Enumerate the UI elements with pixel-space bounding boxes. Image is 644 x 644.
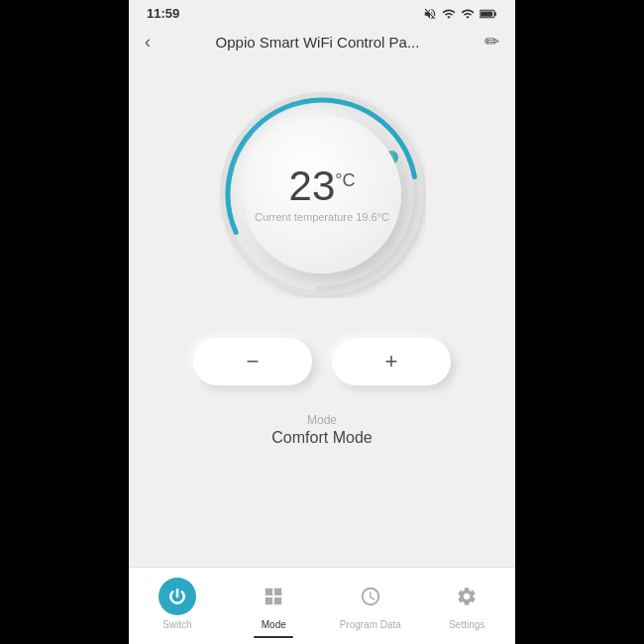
mode-label: Mode <box>271 413 372 427</box>
status-time: 11:59 <box>147 6 179 21</box>
wifi-icon <box>461 7 475 21</box>
increase-button[interactable]: + <box>332 338 451 385</box>
temp-value: 23 <box>289 165 336 207</box>
mode-icon-wrap <box>255 578 292 615</box>
mode-tab-label: Mode <box>262 619 286 630</box>
control-buttons: − + <box>193 338 451 385</box>
program-icon-wrap <box>352 578 389 615</box>
tab-program-data[interactable]: Program Data <box>322 578 419 630</box>
decrease-icon: − <box>247 349 260 375</box>
status-bar: 11:59 <box>129 0 515 25</box>
increase-icon: + <box>385 349 398 375</box>
switch-label: Switch <box>162 619 191 630</box>
grid-icon <box>263 586 284 607</box>
power-icon <box>167 587 187 606</box>
svg-rect-2 <box>481 11 492 16</box>
edit-button[interactable]: ✏ <box>484 31 499 53</box>
main-content: 23 °C Current temperature 19.6°C − + Mod… <box>129 60 515 567</box>
mode-value: Comfort Mode <box>271 429 372 447</box>
clock-icon <box>360 586 381 607</box>
decrease-button[interactable]: − <box>193 338 312 385</box>
tab-settings[interactable]: Settings <box>419 578 516 630</box>
current-temp-label: Current temperature 19.6°C <box>255 211 389 223</box>
mode-section: Mode Comfort Mode <box>271 413 372 447</box>
back-button[interactable]: ‹ <box>145 32 151 53</box>
switch-icon-wrap <box>159 578 196 615</box>
temperature-display: 23 °C <box>289 165 356 207</box>
thermostat-inner: 23 °C Current temperature 19.6°C <box>243 115 401 273</box>
temp-unit: °C <box>335 171 355 189</box>
status-icons <box>423 7 497 21</box>
phone-container: 11:59 ‹ Oppio Smart WiFi Control Pa... ✏ <box>129 0 515 644</box>
tab-switch[interactable]: Switch <box>129 578 226 630</box>
settings-icon-wrap <box>448 578 485 615</box>
gear-icon <box>456 586 478 607</box>
thermostat-dial[interactable]: 23 °C Current temperature 19.6°C <box>218 90 426 298</box>
svg-rect-1 <box>494 12 496 16</box>
nav-title: Oppio Smart WiFi Control Pa... <box>216 34 420 51</box>
tab-bar: Switch Mode Program Data <box>129 567 515 644</box>
signal-icon <box>442 7 456 21</box>
battery-icon <box>480 8 497 20</box>
tab-underline <box>254 636 293 638</box>
program-data-label: Program Data <box>340 619 401 630</box>
nav-bar: ‹ Oppio Smart WiFi Control Pa... ✏ <box>129 25 515 60</box>
tab-mode[interactable]: Mode <box>226 578 323 638</box>
mute-icon <box>423 7 437 21</box>
settings-label: Settings <box>449 619 484 630</box>
